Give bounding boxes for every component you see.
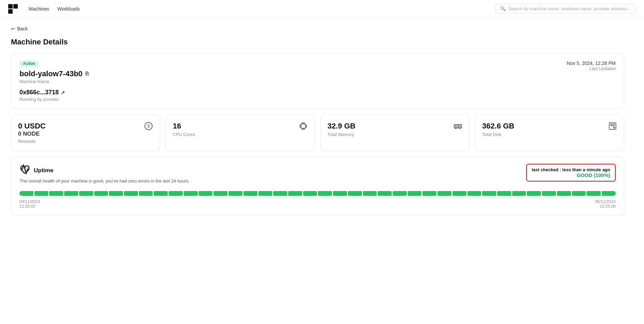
svg-rect-25 (609, 123, 616, 130)
bar-segment (273, 191, 287, 196)
uptime-bar-container (19, 191, 616, 196)
bar-segment (49, 191, 63, 196)
bar-segment (154, 191, 168, 196)
back-label: Back (17, 26, 28, 31)
stat-card-cpu: 16 CPU Cores (166, 114, 315, 151)
date-start: 04/11/2024 12:25:00 (19, 199, 40, 209)
uptime-status-value: GOOD (100%) (532, 172, 610, 178)
bar-segment (199, 191, 213, 196)
copy-icon[interactable]: ⎘ (85, 71, 89, 77)
stat-value-memory: 32.9 GB (327, 122, 355, 131)
stat-content-cpu: 16 CPU Cores (173, 122, 195, 137)
uptime-heartbeat-icon (19, 164, 30, 177)
svg-rect-18 (454, 125, 462, 128)
last-updated-label: Last Updated (567, 66, 616, 71)
bar-segment (422, 191, 436, 196)
bar-segment (169, 191, 183, 196)
bar-segment (318, 191, 332, 196)
topnav: Machines Workloads 🔍 Search by machine n… (0, 0, 644, 18)
bar-segment (572, 191, 586, 196)
memory-icon (453, 122, 462, 133)
bar-segment (348, 191, 362, 196)
bar-segment (527, 191, 541, 196)
uptime-title: Uptime (34, 167, 54, 174)
bar-segment (482, 191, 496, 196)
svg-rect-2 (8, 9, 13, 14)
stat-content-rewards: 0 USDC 0 NODE Rewards (18, 122, 46, 144)
bar-segment (124, 191, 138, 196)
stat-label-memory: Total Memory (327, 132, 355, 137)
bar-segment (258, 191, 272, 196)
stat-content-disk: 362.6 GB Total Disk (482, 122, 514, 137)
bar-segment (408, 191, 422, 196)
svg-rect-5 (301, 124, 306, 129)
svg-point-27 (614, 127, 615, 128)
bar-segment (79, 191, 93, 196)
bar-segment (288, 191, 302, 196)
stat-value-disk: 362.6 GB (482, 122, 514, 131)
bar-segment (587, 191, 601, 196)
bar-segment (497, 191, 511, 196)
machine-header-right: Nov 5, 2024, 12:28 PM Last Updated (567, 60, 616, 71)
uptime-card: Uptime The overall health of your machin… (11, 157, 624, 216)
bar-segment (34, 191, 48, 196)
back-arrow-icon: ↩ (11, 26, 15, 31)
cpu-icon (299, 122, 308, 133)
bar-segment (64, 191, 78, 196)
back-button[interactable]: ↩ Back (11, 26, 624, 31)
stat-content-memory: 32.9 GB Total Memory (327, 122, 355, 137)
svg-text:$: $ (147, 123, 150, 129)
last-checked-label: last checked : less than a minute ago (532, 167, 610, 172)
logo[interactable] (8, 4, 18, 14)
machine-name-row: bold-yalow7-43b0 ⎘ (19, 69, 89, 78)
main-content: ↩ Back Machine Details Active bold-yalow… (0, 18, 635, 224)
bar-segment (602, 191, 616, 196)
machine-header-left: Active bold-yalow7-43b0 ⎘ Machine Name 0… (19, 60, 89, 102)
bar-segment (437, 191, 451, 196)
disk-icon (608, 122, 617, 133)
bar-segment (303, 191, 317, 196)
provider-address: 0x866c...3718 (19, 89, 59, 96)
last-checked-value: less than a minute ago (562, 167, 610, 172)
rewards-icon: $ (144, 122, 153, 133)
uptime-icon-row: Uptime (19, 164, 190, 177)
last-updated-date: Nov 5, 2024, 12:28 PM (567, 60, 616, 66)
svg-rect-1 (13, 4, 18, 9)
machine-name-label: Machine Name (19, 79, 89, 84)
stat-label-cpu: CPU Cores (173, 132, 195, 137)
bar-segment (213, 191, 227, 196)
uptime-left: Uptime The overall health of your machin… (19, 164, 190, 188)
stat-label-disk: Total Disk (482, 132, 514, 137)
uptime-header: Uptime The overall health of your machin… (19, 164, 616, 188)
search-bar[interactable]: 🔍 Search by machine name, workload name,… (495, 4, 636, 14)
stat-value-usdc: 0 USDC (18, 122, 46, 131)
search-icon: 🔍 (500, 6, 506, 11)
machine-header-card: Active bold-yalow7-43b0 ⎘ Machine Name 0… (11, 53, 624, 109)
svg-rect-0 (8, 4, 13, 9)
nav-links: Machines Workloads (29, 6, 80, 12)
provider-address-row: 0x866c...3718 ↗ (19, 89, 89, 96)
bar-segment (184, 191, 198, 196)
uptime-bar-segments (19, 191, 616, 196)
stat-card-rewards: 0 USDC 0 NODE Rewards $ (11, 114, 160, 151)
stat-card-disk: 362.6 GB Total Disk (475, 114, 624, 151)
stat-label-rewards: Rewards (18, 139, 46, 144)
stats-row: 0 USDC 0 NODE Rewards $ 16 CPU Cores (11, 114, 624, 151)
bar-segment (139, 191, 153, 196)
bar-segment (228, 191, 242, 196)
bar-segment (333, 191, 347, 196)
bar-segment (363, 191, 377, 196)
nav-workloads[interactable]: Workloads (57, 6, 80, 12)
machine-name: bold-yalow7-43b0 (19, 69, 83, 78)
bar-segment (378, 191, 392, 196)
external-link-icon[interactable]: ↗ (61, 90, 65, 95)
bar-segment (393, 191, 407, 196)
stat-value-node: 0 NODE (18, 131, 46, 137)
uptime-status-box: last checked : less than a minute ago GO… (526, 164, 616, 181)
last-checked-prefix: last checked : (532, 167, 562, 172)
stat-value-cpu: 16 (173, 122, 195, 131)
nav-machines[interactable]: Machines (29, 6, 49, 12)
stat-card-memory: 32.9 GB Total Memory (320, 114, 470, 151)
date-end: 05/11/2024 12:25:00 (595, 199, 616, 209)
search-placeholder: Search by machine name, workload name, p… (508, 6, 631, 11)
